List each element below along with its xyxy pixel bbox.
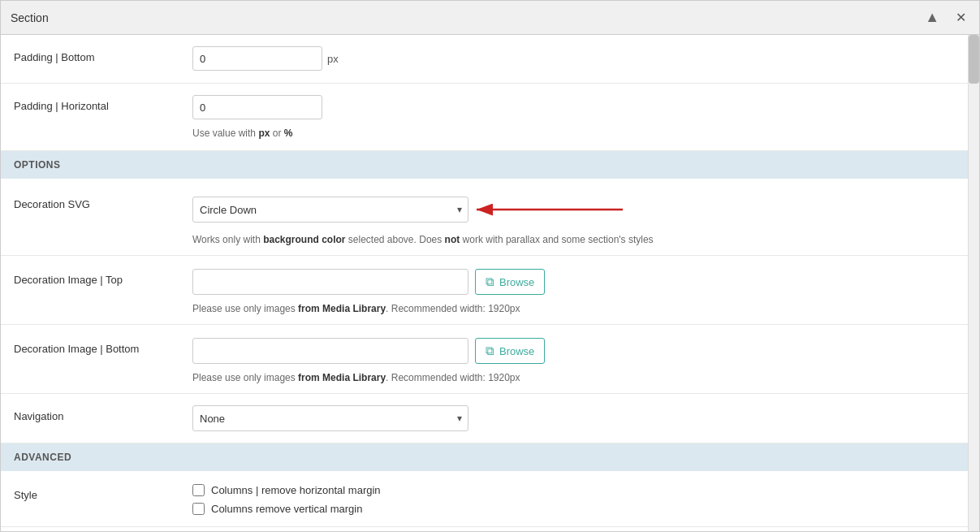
close-button[interactable]: ✕ [952,10,969,26]
padding-bottom-row: Padding | Bottom px [1,35,968,84]
padding-horizontal-input[interactable] [192,95,322,119]
content-area: Padding | Bottom px Padding | Horizontal… [1,35,968,531]
padding-horizontal-label: Padding | Horizontal [14,95,192,112]
style-checkbox2-text: Columns remove vertical margin [211,503,362,515]
decoration-image-top-hint: Please use only images from Media Librar… [192,303,955,314]
decoration-image-top-inputs: ⧉ Browse [192,269,545,295]
style-row: Style Columns | remove horizontal margin… [1,471,968,527]
style-content: Columns | remove horizontal margin Colum… [192,484,955,515]
decoration-image-bottom-label: Decoration Image | Bottom [14,338,192,355]
scrollbar-track[interactable] [968,35,979,531]
style-checkbox1-text: Columns | remove horizontal margin [211,484,381,496]
options-section-header: OPTIONS [1,151,968,179]
collapse-button[interactable]: ▲ [918,7,946,28]
decoration-image-top-label: Decoration Image | Top [14,269,192,286]
style-checkbox2-input[interactable] [192,503,205,515]
decoration-image-bottom-row: Decoration Image | Bottom ⧉ Browse Pleas… [1,325,968,394]
padding-bottom-label: Padding | Bottom [14,46,192,63]
padding-bottom-unit: px [327,53,339,65]
section-panel: Section ▲ ✕ Padding | Bottom px Padding … [0,0,980,532]
decoration-image-bottom-input[interactable] [192,338,468,364]
decoration-svg-label: Decoration SVG [14,193,192,210]
advanced-section-header: ADVANCED [1,443,968,471]
browse-top-icon: ⧉ [486,275,494,289]
decoration-image-top-browse-button[interactable]: ⧉ Browse [475,269,545,295]
scrollbar-thumb[interactable] [969,35,979,84]
decoration-image-top-row: Decoration Image | Top ⧉ Browse Please u… [1,256,968,325]
decoration-svg-row: Decoration SVG Circle Down None Triangle… [1,179,968,256]
decoration-svg-select-wrapper: Circle Down None Triangle Down Wave Diag… [192,197,468,223]
decoration-image-bottom-inputs: ⧉ Browse [192,338,545,364]
panel-body: Padding | Bottom px Padding | Horizontal… [1,35,979,531]
padding-horizontal-hint: Use value with px or % [192,128,955,139]
arrow-annotation-svg [468,193,631,226]
padding-bottom-input[interactable] [192,46,322,71]
padding-bottom-content: px [192,46,955,71]
panel-title: Section [11,11,49,24]
navigation-label: Navigation [14,405,192,422]
decoration-image-top-input[interactable] [192,269,468,295]
browse-top-label: Browse [499,276,534,288]
navigation-row: Navigation None Option 1 Option 2 [1,394,968,443]
decoration-svg-content: Circle Down None Triangle Down Wave Diag… [192,193,955,245]
decoration-svg-select[interactable]: Circle Down None Triangle Down Wave Diag… [192,197,468,223]
style-checkbox1-label[interactable]: Columns | remove horizontal margin [192,484,381,496]
navigation-select[interactable]: None Option 1 Option 2 [192,405,468,431]
decoration-svg-hint: Works only with background color selecte… [192,234,955,245]
decoration-image-top-content: ⧉ Browse Please use only images from Med… [192,269,955,314]
decoration-image-bottom-content: ⧉ Browse Please use only images from Med… [192,338,955,383]
browse-bottom-label: Browse [499,345,534,357]
style-checkbox1-input[interactable] [192,484,205,496]
decoration-image-bottom-hint: Please use only images from Media Librar… [192,372,955,383]
padding-horizontal-row: Padding | Horizontal Use value with px o… [1,84,968,151]
navigation-content: None Option 1 Option 2 [192,405,955,431]
decoration-image-bottom-browse-button[interactable]: ⧉ Browse [475,338,545,364]
style-checkbox2-label[interactable]: Columns remove vertical margin [192,503,362,515]
arrow-annotation-container [468,193,631,226]
browse-bottom-icon: ⧉ [486,344,494,358]
panel-header: Section ▲ ✕ [1,1,979,35]
padding-horizontal-content: Use value with px or % [192,95,955,139]
navigation-select-wrapper: None Option 1 Option 2 [192,405,468,431]
style-label: Style [14,484,192,501]
decoration-svg-select-row: Circle Down None Triangle Down Wave Diag… [192,193,631,226]
